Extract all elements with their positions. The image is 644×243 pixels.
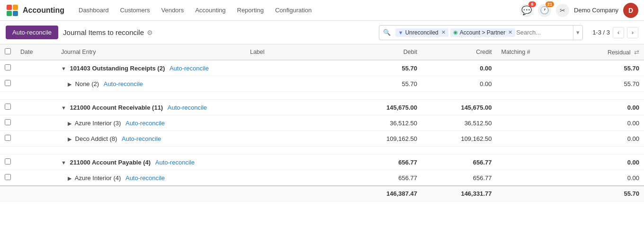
col-date[interactable]: Date [16, 44, 56, 60]
group1-checkbox[interactable] [5, 64, 11, 70]
group2-residual: 0.00 [568, 100, 644, 115]
totals-credit: 146,331.77 [422, 186, 496, 201]
search-input[interactable] [516, 29, 573, 36]
g1c1-checkbox-cell[interactable] [0, 76, 16, 92]
group1-expand[interactable]: ▼ [61, 66, 66, 71]
group2-checkbox[interactable] [5, 104, 11, 110]
g3c1-auto-reconcile[interactable]: Auto-reconcile [125, 174, 165, 182]
g3c1-matching [496, 170, 567, 186]
app-name: Accounting [23, 6, 64, 15]
g2c1-auto-reconcile[interactable]: Auto-reconcile [125, 120, 165, 127]
col-label[interactable]: Label [245, 44, 348, 60]
g2c1-checkbox-cell[interactable] [0, 115, 16, 131]
col-adjust-icon[interactable]: ⇄ [634, 49, 639, 56]
totals-row: 146,387.47 146,331.77 55.70 [0, 186, 644, 201]
g1c1-checkbox[interactable] [5, 80, 11, 86]
filter-account-partner-label: Account > Partner [460, 29, 505, 36]
filter-account-partner[interactable]: ◉ Account > Partner ✕ [450, 28, 515, 37]
group1-checkbox-cell[interactable] [0, 60, 16, 76]
nav-configuration[interactable]: Configuration [270, 4, 316, 17]
pagination-prev[interactable]: ‹ [613, 27, 624, 38]
user-avatar[interactable]: D [623, 3, 638, 18]
group3-credit: 656.77 [422, 155, 496, 170]
col-journal-entry[interactable]: Journal Entry [56, 44, 245, 60]
group3-expand[interactable]: ▼ [61, 160, 66, 165]
nav-reporting[interactable]: Reporting [233, 4, 268, 17]
group2-auto-reconcile[interactable]: Auto-reconcile [168, 104, 207, 111]
g3c1-expand[interactable]: ▶ [68, 175, 72, 181]
page-layout: Accounting Dashboard Customers Vendors A… [0, 0, 644, 243]
table-row: ▶ None (2) Auto-reconcile 55.70 0.00 55.… [0, 76, 644, 92]
group1-debit: 55.70 [348, 60, 422, 76]
filter-account-partner-close[interactable]: ✕ [508, 29, 512, 35]
g2c1-expand[interactable]: ▶ [68, 121, 72, 126]
g2c1-checkbox[interactable] [5, 119, 11, 125]
g2c2-residual: 0.00 [568, 131, 644, 147]
table-row: ▼ 121000 Account Receivable (11) Auto-re… [0, 100, 644, 115]
col-debit[interactable]: Debit [348, 44, 422, 60]
g3c1-date [16, 170, 56, 186]
g2c2-checkbox[interactable] [5, 135, 11, 141]
topnav: Accounting Dashboard Customers Vendors A… [0, 0, 644, 21]
totals-residual: 55.70 [568, 186, 644, 201]
g1c1-credit: 0.00 [422, 76, 496, 92]
group3-checkbox-cell[interactable] [0, 155, 16, 170]
g1c1-expand[interactable]: ▶ [68, 81, 72, 87]
select-all-checkbox[interactable] [5, 48, 11, 54]
group2-credit: 145,675.00 [422, 100, 496, 115]
nav-vendors[interactable]: Vendors [156, 4, 188, 17]
g1c1-residual: 55.70 [568, 76, 644, 92]
totals-empty1 [0, 186, 16, 201]
group1-auto-reconcile[interactable]: Auto-reconcile [170, 65, 209, 72]
select-all-header[interactable] [0, 44, 16, 60]
totals-empty4 [245, 186, 348, 201]
nav-accounting[interactable]: Accounting [190, 4, 230, 17]
table-row: ▶ Deco Addict (8) Auto-reconcile 109,162… [0, 131, 644, 147]
table-wrap[interactable]: Date Journal Entry Label Debit Credit Ma… [0, 44, 644, 243]
nav-customers[interactable]: Customers [116, 4, 155, 17]
search-dropdown-button[interactable]: ▾ [573, 26, 582, 40]
group3-matching [496, 155, 567, 170]
nav-dashboard[interactable]: Dashboard [74, 4, 114, 17]
toolbar: Auto-reconcile Journal Items to reconcil… [0, 21, 644, 44]
group3-auto-reconcile[interactable]: Auto-reconcile [155, 159, 195, 166]
g2c2-auto-reconcile[interactable]: Auto-reconcile [122, 135, 161, 142]
activity-notification[interactable]: 🕐 21 [538, 4, 551, 17]
g3c1-debit: 656.77 [348, 170, 422, 186]
g2c2-checkbox-cell[interactable] [0, 131, 16, 147]
group2-matching [496, 100, 567, 115]
page-title: Journal Items to reconcile [63, 28, 144, 36]
filter-unreconciled-close[interactable]: ✕ [441, 29, 446, 35]
pagination-label: 1-3 / 3 [592, 29, 610, 36]
table-header-row: Date Journal Entry Label Debit Credit Ma… [0, 44, 644, 60]
g1c1-auto-reconcile[interactable]: Auto-reconcile [104, 80, 143, 87]
g3c1-checkbox[interactable] [5, 174, 11, 180]
chat-badge: 6 [528, 1, 536, 7]
table-row: ▼ 211000 Account Payable (4) Auto-reconc… [0, 155, 644, 170]
settings-icon[interactable]: ✂ [556, 4, 569, 17]
group2-checkbox-cell[interactable] [0, 100, 16, 115]
g2c2-expand[interactable]: ▶ [68, 136, 72, 142]
totals-empty2 [16, 186, 56, 201]
col-matching[interactable]: Matching # [496, 44, 567, 60]
g2c1-date [16, 115, 56, 131]
filter-unreconciled-label: Unreconciled [405, 29, 438, 36]
group3-checkbox[interactable] [5, 158, 11, 165]
auto-reconcile-button[interactable]: Auto-reconcile [6, 26, 58, 39]
group2-expand[interactable]: ▼ [61, 105, 66, 111]
svg-rect-3 [13, 11, 18, 16]
spacer-row [0, 92, 644, 100]
activity-badge: 21 [546, 1, 554, 7]
g2c1-label: ▶ Azure Interior (3) Auto-reconcile [56, 115, 348, 131]
chat-notification[interactable]: 💬 6 [520, 4, 533, 17]
table-row: ▶ Azure Interior (3) Auto-reconcile 36,5… [0, 115, 644, 131]
g2c1-matching [496, 115, 567, 131]
pagination-next[interactable]: › [627, 27, 638, 38]
col-credit[interactable]: Credit [422, 44, 496, 60]
pagination: 1-3 / 3 ‹ › [592, 27, 638, 38]
col-residual[interactable]: Residual ⇄ [568, 44, 644, 60]
g2c1-credit: 36,512.50 [422, 115, 496, 131]
page-settings-icon[interactable]: ⚙ [147, 29, 153, 36]
g3c1-checkbox-cell[interactable] [0, 170, 16, 186]
filter-unreconciled[interactable]: ▼ Unreconciled ✕ [395, 28, 448, 37]
